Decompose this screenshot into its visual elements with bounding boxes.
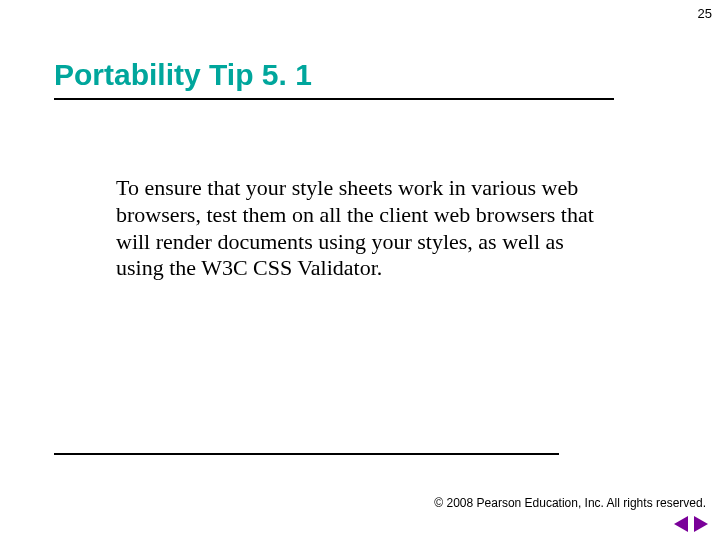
body-text: To ensure that your style sheets work in… [116, 175, 596, 282]
copyright-footer: © 2008 Pearson Education, Inc. All right… [434, 496, 706, 510]
title-rule [54, 98, 614, 100]
page-number: 25 [698, 6, 712, 21]
title-block: Portability Tip 5. 1 [54, 58, 666, 100]
next-slide-icon[interactable] [694, 516, 708, 532]
prev-slide-icon[interactable] [674, 516, 688, 532]
footer-rule [54, 453, 559, 455]
nav-arrows [674, 516, 708, 532]
slide-title: Portability Tip 5. 1 [54, 58, 666, 92]
